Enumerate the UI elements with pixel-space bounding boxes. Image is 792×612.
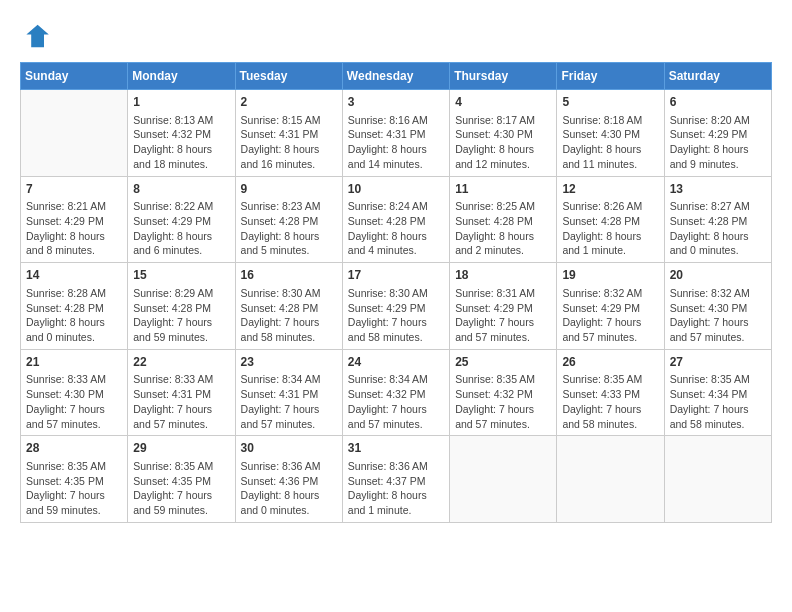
calendar-cell: 20Sunrise: 8:32 AM Sunset: 4:30 PM Dayli… <box>664 263 771 350</box>
day-number: 6 <box>670 94 766 111</box>
day-info: Sunrise: 8:20 AM Sunset: 4:29 PM Dayligh… <box>670 113 766 172</box>
calendar-cell: 22Sunrise: 8:33 AM Sunset: 4:31 PM Dayli… <box>128 349 235 436</box>
calendar-cell: 15Sunrise: 8:29 AM Sunset: 4:28 PM Dayli… <box>128 263 235 350</box>
day-info: Sunrise: 8:35 AM Sunset: 4:34 PM Dayligh… <box>670 372 766 431</box>
calendar-cell: 3Sunrise: 8:16 AM Sunset: 4:31 PM Daylig… <box>342 90 449 177</box>
day-number: 14 <box>26 267 122 284</box>
day-info: Sunrise: 8:32 AM Sunset: 4:29 PM Dayligh… <box>562 286 658 345</box>
calendar-header-wednesday: Wednesday <box>342 63 449 90</box>
calendar-cell: 16Sunrise: 8:30 AM Sunset: 4:28 PM Dayli… <box>235 263 342 350</box>
calendar-cell: 6Sunrise: 8:20 AM Sunset: 4:29 PM Daylig… <box>664 90 771 177</box>
day-number: 26 <box>562 354 658 371</box>
day-number: 21 <box>26 354 122 371</box>
day-number: 30 <box>241 440 337 457</box>
calendar-header-saturday: Saturday <box>664 63 771 90</box>
day-info: Sunrise: 8:28 AM Sunset: 4:28 PM Dayligh… <box>26 286 122 345</box>
calendar-cell: 21Sunrise: 8:33 AM Sunset: 4:30 PM Dayli… <box>21 349 128 436</box>
day-number: 17 <box>348 267 444 284</box>
day-number: 5 <box>562 94 658 111</box>
calendar-body: 1Sunrise: 8:13 AM Sunset: 4:32 PM Daylig… <box>21 90 772 523</box>
day-number: 11 <box>455 181 551 198</box>
day-number: 2 <box>241 94 337 111</box>
calendar-cell: 2Sunrise: 8:15 AM Sunset: 4:31 PM Daylig… <box>235 90 342 177</box>
day-info: Sunrise: 8:33 AM Sunset: 4:31 PM Dayligh… <box>133 372 229 431</box>
day-info: Sunrise: 8:35 AM Sunset: 4:33 PM Dayligh… <box>562 372 658 431</box>
day-number: 18 <box>455 267 551 284</box>
calendar-week-row: 1Sunrise: 8:13 AM Sunset: 4:32 PM Daylig… <box>21 90 772 177</box>
day-info: Sunrise: 8:33 AM Sunset: 4:30 PM Dayligh… <box>26 372 122 431</box>
day-info: Sunrise: 8:35 AM Sunset: 4:35 PM Dayligh… <box>26 459 122 518</box>
calendar-cell: 31Sunrise: 8:36 AM Sunset: 4:37 PM Dayli… <box>342 436 449 523</box>
calendar-header-friday: Friday <box>557 63 664 90</box>
calendar-cell <box>664 436 771 523</box>
day-info: Sunrise: 8:15 AM Sunset: 4:31 PM Dayligh… <box>241 113 337 172</box>
calendar-header-thursday: Thursday <box>450 63 557 90</box>
calendar-cell: 8Sunrise: 8:22 AM Sunset: 4:29 PM Daylig… <box>128 176 235 263</box>
day-number: 3 <box>348 94 444 111</box>
calendar-cell: 29Sunrise: 8:35 AM Sunset: 4:35 PM Dayli… <box>128 436 235 523</box>
day-info: Sunrise: 8:24 AM Sunset: 4:28 PM Dayligh… <box>348 199 444 258</box>
calendar-cell: 24Sunrise: 8:34 AM Sunset: 4:32 PM Dayli… <box>342 349 449 436</box>
calendar-cell <box>450 436 557 523</box>
calendar-cell: 26Sunrise: 8:35 AM Sunset: 4:33 PM Dayli… <box>557 349 664 436</box>
day-info: Sunrise: 8:13 AM Sunset: 4:32 PM Dayligh… <box>133 113 229 172</box>
day-info: Sunrise: 8:35 AM Sunset: 4:35 PM Dayligh… <box>133 459 229 518</box>
day-number: 24 <box>348 354 444 371</box>
page-header <box>20 20 772 52</box>
day-info: Sunrise: 8:34 AM Sunset: 4:31 PM Dayligh… <box>241 372 337 431</box>
calendar-cell: 30Sunrise: 8:36 AM Sunset: 4:36 PM Dayli… <box>235 436 342 523</box>
day-info: Sunrise: 8:27 AM Sunset: 4:28 PM Dayligh… <box>670 199 766 258</box>
day-info: Sunrise: 8:36 AM Sunset: 4:36 PM Dayligh… <box>241 459 337 518</box>
calendar-cell: 1Sunrise: 8:13 AM Sunset: 4:32 PM Daylig… <box>128 90 235 177</box>
day-info: Sunrise: 8:26 AM Sunset: 4:28 PM Dayligh… <box>562 199 658 258</box>
day-number: 15 <box>133 267 229 284</box>
calendar-cell: 27Sunrise: 8:35 AM Sunset: 4:34 PM Dayli… <box>664 349 771 436</box>
calendar-header-sunday: Sunday <box>21 63 128 90</box>
day-number: 10 <box>348 181 444 198</box>
day-info: Sunrise: 8:29 AM Sunset: 4:28 PM Dayligh… <box>133 286 229 345</box>
day-number: 1 <box>133 94 229 111</box>
day-number: 16 <box>241 267 337 284</box>
calendar-cell: 19Sunrise: 8:32 AM Sunset: 4:29 PM Dayli… <box>557 263 664 350</box>
day-info: Sunrise: 8:30 AM Sunset: 4:29 PM Dayligh… <box>348 286 444 345</box>
day-number: 28 <box>26 440 122 457</box>
day-info: Sunrise: 8:32 AM Sunset: 4:30 PM Dayligh… <box>670 286 766 345</box>
day-number: 19 <box>562 267 658 284</box>
calendar-cell: 10Sunrise: 8:24 AM Sunset: 4:28 PM Dayli… <box>342 176 449 263</box>
day-info: Sunrise: 8:16 AM Sunset: 4:31 PM Dayligh… <box>348 113 444 172</box>
calendar-cell <box>557 436 664 523</box>
calendar-week-row: 7Sunrise: 8:21 AM Sunset: 4:29 PM Daylig… <box>21 176 772 263</box>
day-number: 29 <box>133 440 229 457</box>
day-number: 27 <box>670 354 766 371</box>
calendar-week-row: 14Sunrise: 8:28 AM Sunset: 4:28 PM Dayli… <box>21 263 772 350</box>
calendar-cell: 13Sunrise: 8:27 AM Sunset: 4:28 PM Dayli… <box>664 176 771 263</box>
day-info: Sunrise: 8:35 AM Sunset: 4:32 PM Dayligh… <box>455 372 551 431</box>
day-info: Sunrise: 8:18 AM Sunset: 4:30 PM Dayligh… <box>562 113 658 172</box>
day-number: 8 <box>133 181 229 198</box>
calendar-week-row: 28Sunrise: 8:35 AM Sunset: 4:35 PM Dayli… <box>21 436 772 523</box>
calendar-cell: 5Sunrise: 8:18 AM Sunset: 4:30 PM Daylig… <box>557 90 664 177</box>
logo <box>20 20 56 52</box>
day-number: 9 <box>241 181 337 198</box>
calendar-cell <box>21 90 128 177</box>
calendar-cell: 23Sunrise: 8:34 AM Sunset: 4:31 PM Dayli… <box>235 349 342 436</box>
day-info: Sunrise: 8:30 AM Sunset: 4:28 PM Dayligh… <box>241 286 337 345</box>
day-number: 12 <box>562 181 658 198</box>
day-info: Sunrise: 8:36 AM Sunset: 4:37 PM Dayligh… <box>348 459 444 518</box>
day-info: Sunrise: 8:23 AM Sunset: 4:28 PM Dayligh… <box>241 199 337 258</box>
day-number: 31 <box>348 440 444 457</box>
calendar-cell: 28Sunrise: 8:35 AM Sunset: 4:35 PM Dayli… <box>21 436 128 523</box>
day-number: 23 <box>241 354 337 371</box>
calendar-header-monday: Monday <box>128 63 235 90</box>
svg-marker-0 <box>26 25 48 47</box>
calendar-cell: 18Sunrise: 8:31 AM Sunset: 4:29 PM Dayli… <box>450 263 557 350</box>
calendar-cell: 17Sunrise: 8:30 AM Sunset: 4:29 PM Dayli… <box>342 263 449 350</box>
day-number: 13 <box>670 181 766 198</box>
day-number: 25 <box>455 354 551 371</box>
calendar-cell: 12Sunrise: 8:26 AM Sunset: 4:28 PM Dayli… <box>557 176 664 263</box>
day-number: 22 <box>133 354 229 371</box>
day-number: 4 <box>455 94 551 111</box>
calendar-week-row: 21Sunrise: 8:33 AM Sunset: 4:30 PM Dayli… <box>21 349 772 436</box>
logo-icon <box>20 20 52 52</box>
day-info: Sunrise: 8:25 AM Sunset: 4:28 PM Dayligh… <box>455 199 551 258</box>
